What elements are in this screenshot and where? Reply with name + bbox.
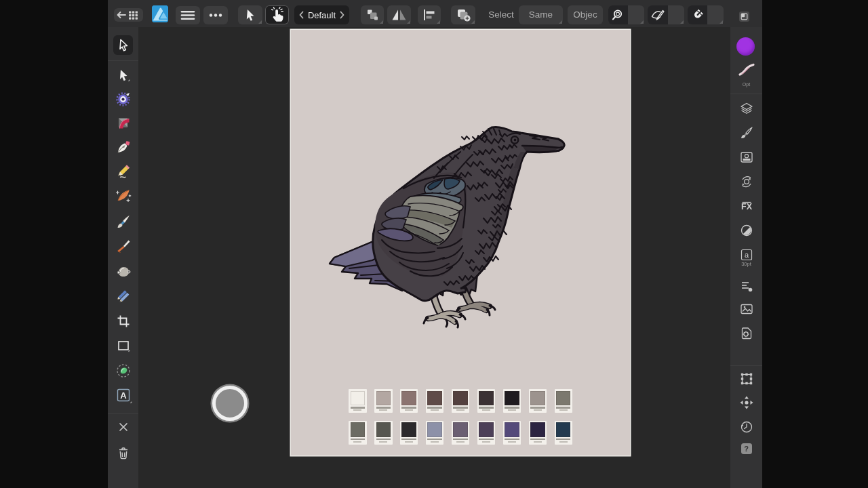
svg-text:FX: FX xyxy=(741,202,753,211)
svg-text:A: A xyxy=(120,390,127,401)
svg-text:a: a xyxy=(744,251,749,259)
svg-text:Default: Default xyxy=(308,10,336,20)
